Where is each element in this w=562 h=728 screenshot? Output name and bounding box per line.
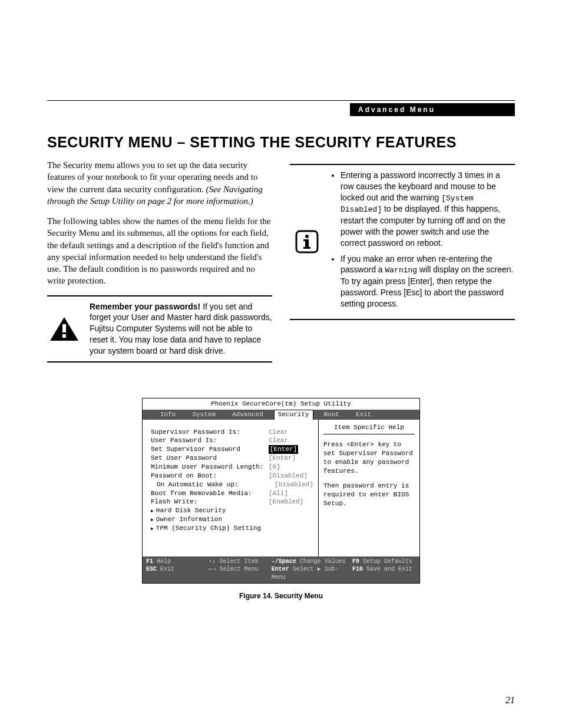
bios-setup-screen: Phoenix SecureCore(tm) Setup Utility Inf… — [142, 398, 420, 584]
info-bullet-2: If you make an error when re-entering th… — [340, 253, 515, 309]
bios-tab-bar: InfoSystemAdvancedSecurityBootExit — [143, 410, 419, 420]
bios-field-label: On Automatic Wake up: — [151, 480, 275, 489]
bios-footer: F1 Help↑↓ Select Item-/Space Change Valu… — [143, 556, 419, 584]
bios-help-p1: Press <Enter> key to set Supervisor Pass… — [323, 440, 415, 475]
content-columns: The Security menu allows you to set up t… — [47, 159, 515, 374]
bios-tab-security[interactable]: Security — [274, 410, 313, 420]
bios-help-p2: Then password entry is required to enter… — [323, 482, 415, 508]
intro-paragraph-2: The following tables show the names of t… — [47, 215, 272, 287]
bios-footer-hint: F1 Help — [146, 558, 205, 566]
bios-footer-hint: Enter Select ▶ Sub-Menu — [272, 565, 349, 581]
left-column: The Security menu allows you to set up t… — [47, 159, 272, 374]
bios-submenu-item[interactable]: TPM (Security Chip) Setting — [151, 524, 313, 533]
bios-field-value: [0] — [269, 463, 280, 472]
bios-field-row[interactable]: Flash Write:[Enabled] — [151, 498, 313, 506]
svg-rect-1 — [62, 324, 66, 332]
bios-submenu-item[interactable]: Owner Information — [151, 515, 313, 524]
bios-tab-boot[interactable]: Boot — [316, 410, 348, 420]
bios-field-row[interactable]: Set Supervisor Password[Enter] — [151, 445, 313, 454]
svg-rect-6 — [303, 239, 307, 241]
bios-tab-exit[interactable]: Exit — [348, 410, 379, 420]
bios-field-value: [Enter] — [269, 454, 296, 463]
bios-field-value: [Enabled] — [269, 498, 303, 506]
bios-field-value: Clear — [269, 428, 288, 437]
warning-callout: Remember your passwords! If you set and … — [47, 295, 272, 363]
bios-field-label: Set User Password — [151, 454, 269, 463]
page: Advanced Menu SECURITY MENU – SETTING TH… — [0, 0, 562, 728]
bios-field-label: User Password Is: — [151, 436, 269, 445]
page-number: 21 — [505, 695, 515, 706]
page-title: SECURITY MENU – SETTING THE SECURITY FEA… — [47, 134, 515, 151]
info-icon — [290, 229, 324, 255]
bios-field-label: Password on Boot: — [151, 472, 269, 480]
info-callout: Entering a password incorrectly 3 times … — [290, 164, 515, 320]
bios-field-label: Flash Write: — [151, 498, 269, 506]
bios-tab-info[interactable]: Info — [152, 410, 184, 420]
bios-field-row[interactable]: Set User Password[Enter] — [151, 454, 313, 463]
bios-tab-advanced[interactable]: Advanced — [224, 410, 272, 420]
bios-footer-hint: F10 Save and Exit — [352, 565, 416, 581]
bios-field-row[interactable]: Supervisor Password Is:Clear — [151, 428, 313, 437]
svg-rect-2 — [62, 334, 66, 338]
warning-text: Remember your passwords! If you set and … — [90, 301, 272, 357]
bios-submenu-item[interactable]: Hard Disk Security — [151, 506, 313, 515]
section-header: Advanced Menu — [350, 103, 515, 116]
bios-footer-hint: ↑↓ Select Item — [209, 558, 267, 566]
bios-field-label: Minimum User Password Length: — [151, 463, 269, 472]
svg-rect-7 — [303, 247, 310, 249]
bios-field-row[interactable]: User Password Is:Clear — [151, 436, 313, 445]
warning-icon — [47, 316, 81, 342]
bios-help-title: Item Specific Help — [323, 423, 415, 435]
bios-field-value: [All] — [269, 489, 288, 498]
svg-point-4 — [305, 235, 309, 238]
bios-footer-hint: ←→ Select Menu — [209, 565, 267, 581]
bios-field-label: Boot from Removable Media: — [151, 489, 269, 498]
info-text: Entering a password incorrectly 3 times … — [332, 170, 515, 314]
bios-field-value: [Disabled] — [275, 480, 313, 489]
bios-footer-hint: -/Space Change Values — [272, 558, 349, 566]
figure-caption: Figure 14. Security Menu — [47, 592, 515, 600]
bios-field-label: Supervisor Password Is: — [151, 428, 269, 437]
bios-help-panel: Item Specific Help Press <Enter> key to … — [318, 420, 419, 556]
bios-field-row[interactable]: Minimum User Password Length:[0] — [151, 463, 313, 472]
info-bullet-1: Entering a password incorrectly 3 times … — [340, 170, 515, 249]
info-b2-code: Warning — [385, 266, 417, 275]
bios-field-row[interactable]: On Automatic Wake up:[Disabled] — [151, 480, 313, 489]
bios-settings-panel: Supervisor Password Is:ClearUser Passwor… — [143, 420, 318, 556]
bios-field-row[interactable]: Boot from Removable Media:[All] — [151, 489, 313, 498]
intro-paragraph-1: The Security menu allows you to set up t… — [47, 159, 272, 207]
bios-field-value: [Disabled] — [269, 472, 308, 480]
info-b1-a: Entering a password incorrectly 3 times … — [340, 170, 500, 202]
bios-field-label: Set Supervisor Password — [151, 445, 269, 454]
bios-body: Supervisor Password Is:ClearUser Passwor… — [143, 420, 419, 556]
header-rule — [47, 100, 515, 101]
warning-bold: Remember your passwords! — [90, 302, 200, 311]
bios-field-value: Clear — [269, 436, 288, 445]
bios-footer-hint: ESC Exit — [146, 565, 205, 581]
right-column: Entering a password incorrectly 3 times … — [290, 159, 515, 374]
bios-field-row[interactable]: Password on Boot:[Disabled] — [151, 472, 313, 480]
bios-field-value: [Enter] — [269, 445, 298, 454]
bios-tab-system[interactable]: System — [184, 410, 224, 420]
bios-utility-title: Phoenix SecureCore(tm) Setup Utility — [143, 398, 419, 410]
bios-footer-hint: F9 Setup Defaults — [352, 558, 416, 566]
